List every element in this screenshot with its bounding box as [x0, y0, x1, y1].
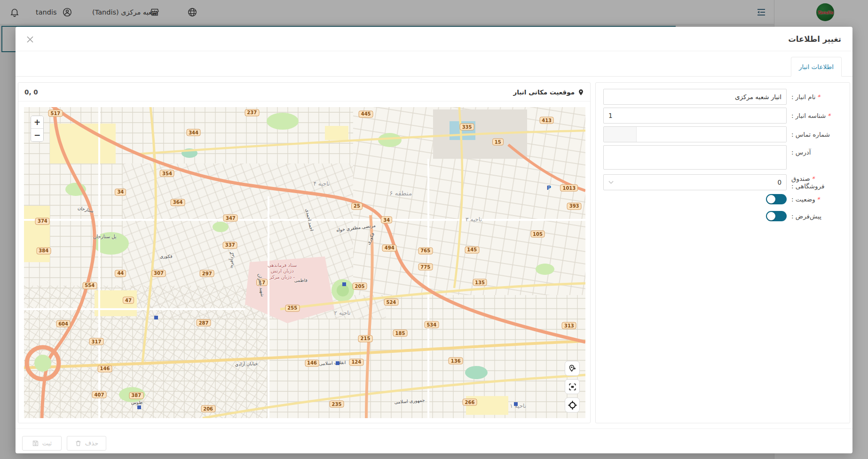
warehouse-form: *نام انبار : *شناسه انبار : شماره تماس :… [595, 82, 850, 423]
save-button[interactable]: ثبت [22, 436, 62, 451]
parking-poi-label: P [547, 184, 552, 191]
application-window: tandis شعبه مرکزی (Tandis) Tandis [0, 0, 868, 459]
map-panel-header: 0, 0 موقعیت مکانی انبار [18, 83, 590, 101]
location-pin-icon [577, 89, 584, 96]
phone-input-group [603, 126, 787, 142]
map-tool-buttons [565, 361, 580, 412]
warehouse-name-input[interactable] [603, 89, 787, 105]
field-label: *نام انبار : [787, 93, 842, 101]
dialog-header: تغییر اطلاعات [16, 27, 852, 51]
dialog-title: تغییر اطلاعات [788, 27, 841, 51]
form-row-name: *نام انبار : [603, 89, 842, 105]
pin-plus-icon [568, 364, 577, 373]
fit-bounds-button[interactable] [565, 379, 580, 394]
form-row-address: آدرس : [603, 145, 842, 170]
add-marker-button[interactable] [565, 361, 580, 376]
locate-me-button[interactable] [565, 397, 580, 412]
cashbox-select[interactable]: 0 [603, 174, 787, 190]
station-marker [342, 282, 346, 286]
trash-icon [75, 440, 82, 447]
crosshair-icon [568, 400, 577, 410]
status-toggle[interactable] [766, 194, 787, 204]
field-label: آدرس : [787, 145, 842, 156]
map-coordinates: 0, 0 [24, 83, 38, 101]
form-row-cashbox: *صندوق فروشگاهی : 0 [603, 174, 842, 190]
map-panel-title: موقعیت مکانی انبار [513, 83, 584, 101]
chevron-down-icon [608, 180, 614, 184]
map-pois: P [24, 107, 585, 418]
form-row-default: پیش‌فرض : [603, 211, 842, 221]
focus-frame-icon [568, 382, 577, 391]
zoom-in-button[interactable]: + [31, 116, 43, 129]
required-asterisk: * [817, 93, 821, 101]
map-panel: 0, 0 موقعیت مکانی انبار [18, 82, 591, 423]
warehouse-id-input[interactable] [603, 108, 787, 124]
form-row-phone: شماره تماس : [603, 126, 842, 142]
close-button[interactable] [22, 31, 38, 47]
tab-bar: اطلاعات انبار [16, 51, 852, 77]
form-row-status: *وضعیت : [603, 194, 842, 204]
station-marker [154, 316, 158, 319]
field-label: *صندوق فروشگاهی : [787, 175, 842, 190]
save-floppy-icon [32, 440, 39, 447]
edit-info-dialog: تغییر اطلاعات اطلاعات انبار 0, 0 موقعیت … [16, 27, 852, 453]
form-row-id: *شناسه انبار : [603, 108, 842, 124]
phone-input[interactable] [637, 127, 786, 142]
dialog-footer: ثبت حذف [16, 428, 852, 453]
address-textarea[interactable] [603, 145, 787, 170]
phone-prefix-addon[interactable] [604, 127, 637, 142]
required-asterisk: * [827, 112, 830, 119]
required-asterisk: * [812, 175, 815, 182]
close-icon [26, 36, 34, 43]
tab-warehouse-info[interactable]: اطلاعات انبار [791, 57, 842, 77]
map-canvas[interactable]: 5172374454133443351535410133436425393347… [24, 107, 585, 418]
field-label: *شناسه انبار : [787, 112, 842, 119]
station-marker [336, 361, 339, 365]
field-label: *وضعیت : [787, 195, 842, 203]
field-label: شماره تماس : [787, 131, 842, 138]
field-label: پیش‌فرض : [787, 212, 842, 220]
zoom-out-button[interactable]: − [31, 129, 43, 141]
required-asterisk: * [817, 196, 820, 203]
station-marker [137, 405, 141, 409]
cashbox-selected-value: 0 [777, 179, 781, 186]
station-marker [514, 402, 518, 406]
map-zoom-control: + − [31, 116, 44, 142]
delete-button[interactable]: حذف [67, 436, 106, 451]
default-toggle[interactable] [766, 211, 787, 221]
